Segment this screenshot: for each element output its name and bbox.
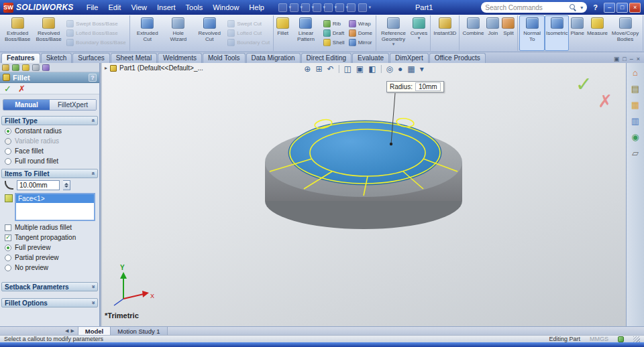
radio-partial-preview[interactable]: Partial preview bbox=[0, 253, 99, 263]
radius-spinner[interactable] bbox=[63, 180, 70, 190]
search-commands-input[interactable]: Search Commands ▾ bbox=[481, 2, 587, 13]
edit-appearance-icon[interactable]: ● bbox=[398, 64, 402, 74]
doc-minimize-icon[interactable]: – bbox=[630, 56, 633, 62]
part-body[interactable] bbox=[265, 121, 462, 229]
checkbox-tangent-propagation[interactable]: ✓ Tangent propagation bbox=[0, 232, 99, 242]
tab-evaluate[interactable]: Evaluate bbox=[352, 53, 389, 63]
section-view-icon[interactable]: ◫ bbox=[344, 64, 352, 74]
search-results-icon[interactable]: ▥ bbox=[631, 116, 639, 126]
items-selection-list[interactable]: Face<1> bbox=[15, 193, 95, 221]
tab-scroll-left-icon[interactable]: ◀ bbox=[65, 328, 68, 334]
options-icon[interactable] bbox=[358, 3, 367, 12]
tab-office-products[interactable]: Office Products bbox=[429, 53, 486, 63]
graphics-area[interactable]: Y X ▸ Part1 (Default<<Default>_... ⊕ ⊞ ↶… bbox=[102, 63, 626, 326]
doc-restore-icon[interactable]: □ bbox=[623, 56, 626, 62]
radio-full-round-fillet[interactable]: Full round fillet bbox=[0, 156, 99, 166]
custom-properties-icon[interactable]: ▱ bbox=[632, 148, 639, 158]
doc-close-icon[interactable]: × bbox=[637, 56, 640, 62]
tab-sheet-metal[interactable]: Sheet Metal bbox=[111, 53, 157, 63]
lofted-cut-button[interactable]: Lofted Cut bbox=[227, 29, 270, 37]
undo-icon[interactable] bbox=[324, 3, 333, 12]
extruded-cut-button[interactable]: Extruded Cut bbox=[131, 15, 164, 51]
confirm-cancel-button[interactable]: ✗ bbox=[598, 91, 612, 112]
tab-scroll-right-icon[interactable]: ▶ bbox=[70, 328, 74, 334]
radio-face-fillet[interactable]: Face fillet bbox=[0, 146, 99, 156]
items-to-fillet-group-header[interactable]: Items To Fillet « bbox=[1, 169, 98, 178]
tab-surfaces[interactable]: Surfaces bbox=[72, 53, 109, 63]
help-button[interactable]: ? bbox=[590, 3, 601, 11]
appearances-icon[interactable]: ◉ bbox=[631, 132, 639, 142]
units-label[interactable]: MMGS bbox=[590, 336, 608, 342]
tab-direct-editing[interactable]: Direct Editing bbox=[301, 53, 352, 63]
feature-tree-flyout[interactable]: ▸ Part1 (Default<<Default>_... bbox=[105, 64, 203, 72]
propertymanager-tab-icon[interactable] bbox=[12, 64, 19, 71]
new-document-icon[interactable] bbox=[278, 3, 287, 12]
model-tab[interactable]: Model bbox=[78, 327, 111, 335]
manual-tab[interactable]: Manual bbox=[3, 100, 50, 110]
dimxpertmanager-tab-icon[interactable] bbox=[32, 64, 40, 71]
zoom-area-icon[interactable]: ⊞ bbox=[315, 64, 322, 74]
displaymanager-tab-icon[interactable] bbox=[42, 64, 50, 71]
hole-wizard-button[interactable]: Hole Wizard bbox=[163, 15, 193, 51]
plane-button[interactable]: Plane bbox=[569, 15, 585, 51]
revolved-boss-base-button[interactable]: Revolved Boss/Base bbox=[33, 15, 64, 51]
curves-button[interactable]: Curves ▾ bbox=[409, 15, 429, 51]
maximize-button[interactable]: □ bbox=[616, 3, 628, 13]
split-button[interactable]: Split bbox=[500, 15, 516, 51]
callout-value-field[interactable]: 10mm bbox=[415, 82, 441, 91]
menu-insert[interactable]: Insert bbox=[152, 1, 180, 13]
open-icon[interactable] bbox=[290, 3, 299, 12]
linear-pattern-button[interactable]: Linear Pattern bbox=[290, 15, 321, 51]
menu-file[interactable]: File bbox=[82, 1, 103, 13]
mirror-button[interactable]: Mirror bbox=[348, 39, 373, 46]
pm-cancel-button[interactable]: ✗ bbox=[18, 84, 25, 94]
tab-sketch[interactable]: Sketch bbox=[41, 53, 72, 63]
instant3d-button[interactable]: Instant3D bbox=[432, 15, 458, 51]
hide-show-items-icon[interactable]: ◎ bbox=[386, 64, 393, 74]
checkbox-multiple-radius[interactable]: Multiple radius fillet bbox=[0, 222, 99, 232]
draft-button[interactable]: Draft bbox=[323, 29, 345, 37]
save-icon[interactable] bbox=[301, 3, 310, 12]
radio-variable-radius[interactable]: Variable radius bbox=[0, 136, 99, 146]
rib-button[interactable]: Rib bbox=[323, 20, 345, 27]
selected-face-item[interactable]: Face<1> bbox=[16, 194, 94, 203]
tags-icon[interactable] bbox=[618, 336, 624, 342]
tab-features[interactable]: Features bbox=[1, 53, 40, 63]
fillet-type-group-header[interactable]: Fillet Type « bbox=[1, 116, 98, 125]
move-copy-bodies-button[interactable]: Move/Copy Bodies bbox=[609, 15, 641, 51]
feature-tree-root-label[interactable]: Part1 (Default<<Default>_... bbox=[119, 64, 203, 72]
extruded-boss-base-button[interactable]: Extruded Boss/Base bbox=[2, 15, 33, 51]
boundary-boss-base-button[interactable]: Boundary Boss/Base bbox=[66, 39, 127, 46]
display-pane-icon[interactable]: ▣ bbox=[614, 56, 620, 62]
pm-ok-button[interactable]: ✓ bbox=[4, 84, 11, 94]
filletxpert-tab[interactable]: FilletXpert bbox=[50, 100, 96, 110]
shell-button[interactable]: Shell bbox=[323, 39, 345, 46]
radius-input[interactable]: 10.00mm bbox=[17, 180, 60, 190]
previous-view-icon[interactable]: ↶ bbox=[327, 64, 333, 74]
lofted-boss-base-button[interactable]: Lofted Boss/Base bbox=[66, 29, 127, 37]
design-library-icon[interactable]: ▤ bbox=[631, 84, 639, 94]
view-settings-icon[interactable]: ▾ bbox=[420, 64, 424, 74]
boundary-cut-button[interactable]: Boundary Cut bbox=[227, 39, 270, 46]
combine-button[interactable]: Combine bbox=[461, 15, 485, 51]
fillet-button[interactable]: Fillet bbox=[275, 15, 290, 51]
join-button[interactable]: Join bbox=[485, 15, 500, 51]
radio-no-preview[interactable]: No preview bbox=[0, 263, 99, 273]
menu-tools[interactable]: Tools bbox=[181, 1, 208, 13]
apply-scene-icon[interactable]: ▦ bbox=[407, 64, 415, 74]
wrap-button[interactable]: Wrap bbox=[348, 20, 373, 27]
print-icon[interactable] bbox=[313, 3, 321, 12]
menu-help[interactable]: Help bbox=[244, 1, 269, 13]
flyout-expand-icon[interactable]: ▸ bbox=[105, 65, 107, 71]
confirm-ok-button[interactable]: ✓ bbox=[576, 72, 592, 96]
reference-geometry-button[interactable]: Reference Geometry ▾ bbox=[378, 15, 409, 51]
resize-grip[interactable] bbox=[633, 336, 640, 342]
tab-mold-tools[interactable]: Mold Tools bbox=[203, 53, 246, 63]
search-dropdown-icon[interactable]: ▾ bbox=[580, 5, 583, 11]
tab-dimxpert[interactable]: DimXpert bbox=[390, 53, 429, 63]
redo-icon[interactable] bbox=[335, 3, 344, 12]
menu-edit[interactable]: Edit bbox=[103, 1, 125, 13]
tab-weldments[interactable]: Weldments bbox=[158, 53, 202, 63]
measure-button[interactable]: Measure bbox=[586, 15, 609, 51]
pm-help-button[interactable]: ? bbox=[89, 74, 97, 82]
